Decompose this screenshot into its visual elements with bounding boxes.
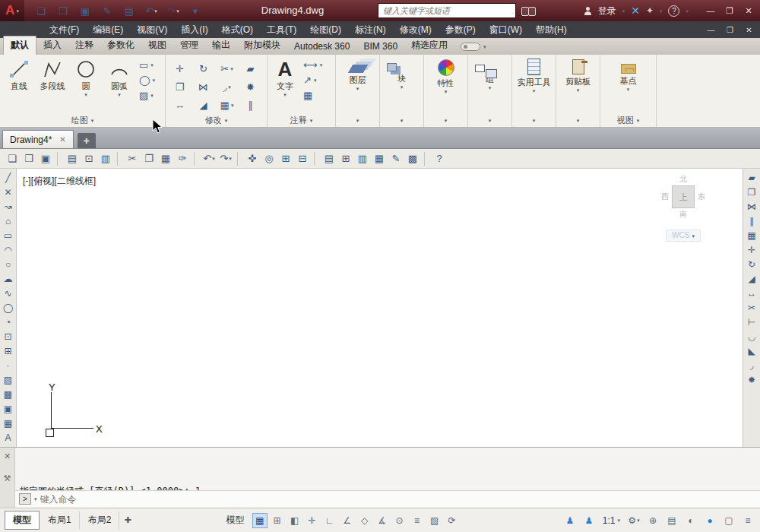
- ellipse-arc-icon[interactable]: ◔: [2, 316, 15, 328]
- save-as-icon[interactable]: ✎: [100, 3, 115, 18]
- minimize-doc-icon[interactable]: —: [702, 26, 720, 34]
- exchange-apps-icon[interactable]: ✕: [631, 5, 640, 17]
- base-icon[interactable]: [621, 64, 636, 74]
- arc-button[interactable]: 圆弧 ▾: [103, 58, 136, 114]
- help-caret[interactable]: ▾: [686, 8, 689, 14]
- line-icon[interactable]: ╱: [2, 172, 15, 184]
- ribbon-tab[interactable]: BIM 360: [356, 39, 404, 55]
- panel-expander[interactable]: ▾: [468, 114, 511, 127]
- transparency-icon[interactable]: ▨: [427, 513, 442, 528]
- hatch-icon[interactable]: ▨ ▾: [139, 90, 155, 101]
- save-icon[interactable]: ▣: [78, 3, 93, 18]
- construction-line-icon[interactable]: ✕: [2, 186, 15, 198]
- designcenter-icon[interactable]: ⊞: [338, 151, 353, 166]
- undo-icon[interactable]: ↶ ▾: [201, 151, 217, 166]
- model-space-toggle[interactable]: 模型: [221, 512, 250, 528]
- ribbon-tab[interactable]: 视图: [141, 36, 173, 55]
- zoom-previous-icon[interactable]: ⊟: [295, 151, 310, 166]
- layout-tab[interactable]: 布局2: [80, 511, 120, 530]
- print-icon[interactable]: ▤: [122, 3, 137, 18]
- infer-constraints-icon[interactable]: ◧: [287, 513, 302, 528]
- make-block-icon[interactable]: ⊞: [2, 345, 15, 357]
- menu-item[interactable]: 视图(V): [130, 21, 174, 38]
- toolbar-separator[interactable]: [424, 152, 428, 166]
- open-folder-icon[interactable]: ❒: [55, 3, 71, 18]
- ribbon-tab[interactable]: 管理: [173, 36, 205, 55]
- ribbon-display-caret[interactable]: ▾: [483, 44, 486, 49]
- quick-properties-icon[interactable]: ▤: [664, 513, 679, 528]
- modify-panel-expander[interactable]: 修改 ▾: [166, 114, 267, 127]
- layout-tab[interactable]: 布局1: [40, 511, 80, 530]
- application-menu-button[interactable]: A ▾: [0, 0, 24, 21]
- layout-tab[interactable]: 模型: [5, 511, 40, 530]
- publish-icon[interactable]: ▥: [98, 151, 113, 166]
- hardware-acceleration-icon[interactable]: ●: [702, 513, 717, 528]
- extend-icon[interactable]: ⊢: [745, 316, 758, 328]
- ribbon-display-toggle[interactable]: [461, 43, 480, 51]
- offset-icon[interactable]: ∥: [239, 96, 262, 114]
- undo-icon[interactable]: ↶ ▾: [144, 3, 159, 18]
- mirror-icon[interactable]: ⋈: [745, 201, 758, 213]
- mtext-icon[interactable]: A: [2, 432, 15, 444]
- leader-icon[interactable]: ↗ ▾: [303, 74, 322, 86]
- scale-icon[interactable]: ◢: [192, 96, 215, 114]
- redo-icon[interactable]: ↷ ▾: [166, 3, 181, 18]
- lineweight-icon[interactable]: ≡: [410, 513, 425, 528]
- explode-icon[interactable]: ✸: [239, 78, 262, 96]
- menu-item[interactable]: 格式(O): [215, 21, 260, 38]
- toolbar-separator[interactable]: [117, 152, 121, 166]
- copy-icon[interactable]: ❐: [168, 78, 192, 96]
- workspace-gear-icon[interactable]: ⚙ ▾: [626, 513, 641, 528]
- erase-icon[interactable]: ▰: [745, 172, 758, 184]
- print-icon[interactable]: ▤: [65, 151, 80, 166]
- panel-expander[interactable]: ▾: [336, 114, 379, 127]
- close-app-icon[interactable]: ✕: [740, 6, 757, 16]
- circle-button[interactable]: 圆 ▾: [69, 58, 103, 114]
- polygon-icon[interactable]: ⌂: [2, 215, 15, 227]
- save-icon[interactable]: ▣: [38, 151, 53, 166]
- erase-icon[interactable]: ▰: [239, 59, 262, 78]
- move-icon[interactable]: ✛: [745, 244, 758, 256]
- offset-icon[interactable]: ∥: [745, 215, 758, 227]
- comm-center-caret[interactable]: ▾: [660, 8, 663, 14]
- layers-icon[interactable]: [347, 65, 367, 73]
- scale-icon[interactable]: ◢: [745, 273, 758, 285]
- new-file-icon[interactable]: ❏: [33, 3, 49, 18]
- utilities-icon[interactable]: [527, 59, 540, 75]
- arc-icon[interactable]: ◠: [2, 244, 15, 256]
- help-icon[interactable]: ?: [432, 151, 447, 166]
- annotation-panel-expander[interactable]: 注释 ▾: [268, 114, 335, 127]
- snap-icon[interactable]: ⊞: [270, 513, 285, 528]
- revision-cloud-icon[interactable]: ☁: [2, 273, 15, 285]
- drawing-canvas[interactable]: [-][俯视][二维线框] 北 西 上 东 南 WCS ▾ Y: [17, 169, 743, 447]
- annotation-visibility-icon[interactable]: ♟: [562, 513, 578, 528]
- ribbon-tab[interactable]: 输出: [205, 36, 237, 55]
- circle-icon[interactable]: ○: [2, 258, 15, 271]
- sheet-set-manager-icon[interactable]: ▦: [372, 151, 387, 166]
- rectangle-icon[interactable]: ▭ ▾: [139, 59, 155, 71]
- viewport-controls-label[interactable]: [-][俯视][二维线框]: [23, 175, 96, 188]
- fillet-icon[interactable]: ◞ ▾: [215, 78, 239, 96]
- panel-expander[interactable]: ▾: [556, 114, 600, 127]
- match-properties-icon[interactable]: ✑: [175, 151, 190, 166]
- ellipse-icon[interactable]: ◯: [2, 302, 15, 314]
- gradient-icon[interactable]: ▩: [2, 388, 15, 401]
- view-cube[interactable]: 北 西 上 东 南 WCS ▾: [659, 175, 708, 242]
- file-tab-drawing4[interactable]: Drawing4* ✕: [2, 130, 74, 148]
- menu-item[interactable]: 插入(I): [174, 21, 214, 38]
- mirror-icon[interactable]: ⋈: [192, 78, 215, 96]
- viewcube-east-label[interactable]: 东: [698, 192, 705, 201]
- annotation-autoscale-icon[interactable]: ♟: [581, 513, 597, 528]
- group-icon[interactable]: [475, 65, 485, 72]
- markup-icon[interactable]: ✎: [388, 151, 404, 166]
- quickcalc-icon[interactable]: ▩: [405, 151, 420, 166]
- copy-icon[interactable]: ❐: [745, 186, 758, 198]
- viewcube-top-face[interactable]: 上: [672, 185, 695, 208]
- customize-wrench-icon[interactable]: ⚒: [4, 473, 11, 483]
- insert-block-icon[interactable]: ⊡: [2, 331, 15, 343]
- dimension-icon[interactable]: ⟷ ▾: [303, 59, 322, 71]
- comm-center-icon[interactable]: ✦: [646, 5, 654, 16]
- help-search-input[interactable]: [378, 3, 516, 18]
- new-layout-icon[interactable]: ✚: [124, 515, 131, 525]
- pan-icon[interactable]: ✜: [245, 151, 260, 166]
